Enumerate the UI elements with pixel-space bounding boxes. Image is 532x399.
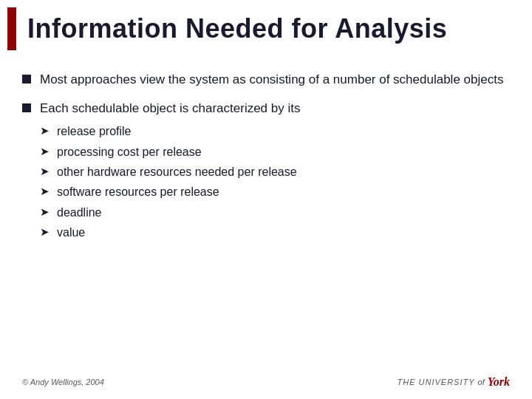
bullet-item-2: Each schedulable object is characterized…	[22, 100, 510, 245]
bullet-text-2: Each schedulable object is characterized…	[40, 101, 300, 115]
bullet-square-2	[22, 103, 31, 112]
logo-university: UNIVERSITY	[419, 378, 475, 386]
sub-bullet-text: processing cost per release	[57, 144, 202, 160]
sub-bullet-item: ➤other hardware resources needed per rel…	[40, 164, 300, 180]
arrow-icon: ➤	[40, 165, 50, 178]
bullet-item-1: Most approaches view the system as consi…	[22, 71, 510, 89]
sub-bullet-text: software resources per release	[57, 184, 219, 200]
header-accent-bar	[7, 7, 16, 50]
arrow-icon: ➤	[40, 145, 50, 158]
arrow-icon: ➤	[40, 185, 50, 198]
arrow-icon: ➤	[40, 124, 50, 137]
sub-bullets: ➤release profile➤processing cost per rel…	[40, 123, 300, 241]
logo-york: York	[488, 375, 510, 389]
bullet-2-content: Each schedulable object is characterized…	[40, 100, 300, 245]
university-logo: THE UNIVERSITY of York	[398, 375, 510, 389]
arrow-icon: ➤	[40, 205, 50, 219]
slide: Information Needed for Analysis Most app…	[0, 0, 532, 399]
slide-footer: © Andy Wellings, 2004 THE UNIVERSITY of …	[0, 375, 532, 389]
slide-header: Information Needed for Analysis	[0, 0, 532, 58]
arrow-icon: ➤	[40, 225, 50, 239]
sub-bullet-item: ➤release profile	[40, 123, 300, 140]
logo-of: of	[478, 378, 485, 386]
sub-bullet-text: other hardware resources needed per rele…	[57, 164, 297, 180]
sub-bullet-item: ➤deadline	[40, 205, 300, 221]
sub-bullet-item: ➤software resources per release	[40, 184, 300, 200]
sub-bullet-text: release profile	[57, 123, 132, 140]
copyright-text: © Andy Wellings, 2004	[22, 378, 104, 386]
sub-bullet-item: ➤processing cost per release	[40, 144, 300, 160]
slide-content: Most approaches view the system as consi…	[0, 58, 532, 263]
bullet-text-1: Most approaches view the system as consi…	[40, 71, 503, 89]
sub-bullet-item: ➤value	[40, 225, 300, 241]
logo-the: THE	[398, 378, 416, 386]
sub-bullet-text: value	[57, 225, 85, 241]
bullet-square-1	[22, 75, 31, 83]
slide-title: Information Needed for Analysis	[27, 13, 447, 44]
sub-bullet-text: deadline	[57, 205, 102, 221]
